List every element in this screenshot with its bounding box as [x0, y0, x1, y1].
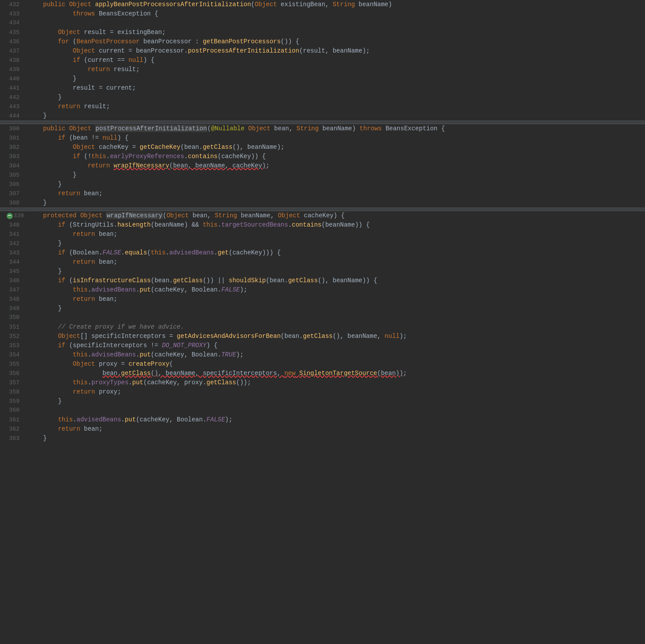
line-number: 436 — [0, 38, 27, 46]
code-editor: 432 public Object applyBeanPostProcessor… — [0, 0, 645, 443]
table-row: 441 result = current; — [0, 83, 645, 93]
code-text: } — [27, 239, 645, 248]
section-separator — [0, 121, 645, 124]
code-text: if (StringUtils.hasLength(beanName) && t… — [27, 220, 645, 230]
table-row: 303 if (!this.earlyProxyReferences.conta… — [0, 152, 645, 161]
code-text: protected Object wrapIfNecessary(Object … — [27, 211, 645, 220]
code-text: bean.getClass(), beanName, specificInter… — [27, 369, 645, 378]
line-number: 355 — [0, 360, 27, 369]
table-row: 304 return wrapIfNecessary(bean, beanNam… — [0, 161, 645, 170]
line-number: 307 — [0, 189, 27, 198]
code-text: } — [27, 180, 645, 189]
code-text: return result; — [27, 65, 645, 74]
line-number: 441 — [0, 84, 27, 93]
table-row: 302 Object cacheKey = getCacheKey(bean.g… — [0, 143, 645, 152]
line-number: 351 — [0, 323, 27, 332]
table-row: 362 return bean; — [0, 424, 645, 434]
line-number: 434 — [0, 19, 27, 27]
code-text: } — [27, 397, 645, 406]
table-row: 300 public Object postProcessAfterInitia… — [0, 124, 645, 133]
code-text: if (!this.earlyProxyReferences.contains(… — [27, 152, 645, 161]
table-row: 344 return bean; — [0, 258, 645, 267]
code-text: // Create proxy if we have advice. — [27, 322, 645, 332]
line-number: 350 — [0, 313, 27, 322]
code-text: this.advisedBeans.put(cacheKey, Boolean.… — [27, 285, 645, 295]
code-text: if (Boolean.FALSE.equals(this.advisedBea… — [27, 248, 645, 258]
line-number: 354 — [0, 351, 27, 360]
code-text: for (BeanPostProcessor beanProcessor : g… — [27, 37, 645, 46]
table-row: 432 public Object applyBeanPostProcessor… — [0, 0, 645, 9]
line-number: 443 — [0, 102, 27, 111]
table-row: 433 throws BeansException { — [0, 9, 645, 19]
line-number: 359 — [0, 397, 27, 406]
code-text: Object result = existingBean; — [27, 28, 645, 37]
line-number: 308 — [0, 199, 27, 208]
table-row: 348 return bean; — [0, 295, 645, 304]
line-number: 342 — [0, 239, 27, 248]
code-text: if (specificInterceptors != DO_NOT_PROXY… — [27, 341, 645, 350]
code-text: throws BeansException { — [27, 9, 645, 19]
code-text: } — [27, 93, 645, 102]
code-section-top: 432 public Object applyBeanPostProcessor… — [0, 0, 645, 121]
line-number: 346 — [0, 277, 27, 285]
table-row: 343 if (Boolean.FALSE.equals(this.advise… — [0, 248, 645, 258]
line-number: 432 — [0, 0, 27, 9]
line-number: 304 — [0, 162, 27, 170]
section-separator-2 — [0, 208, 645, 211]
code-text: Object proxy = createProxy( — [27, 360, 645, 369]
table-row: 363 } — [0, 434, 645, 443]
line-number: 435 — [0, 28, 27, 37]
line-number: 343 — [0, 249, 27, 258]
gutter-minus-icon: − — [7, 213, 13, 219]
line-number: 301 — [0, 134, 27, 143]
table-row: 342 } — [0, 239, 645, 248]
line-number: 344 — [0, 258, 27, 267]
table-row: 308 } — [0, 198, 645, 208]
line-number: 347 — [0, 286, 27, 295]
table-row: 360 — [0, 406, 645, 415]
table-row: 341 return bean; — [0, 230, 645, 239]
line-number: 300 — [0, 125, 27, 133]
line-number: 360 — [0, 406, 27, 415]
line-number: 440 — [0, 75, 27, 83]
line-number: 352 — [0, 332, 27, 341]
table-row: 439 return result; — [0, 65, 645, 74]
code-text: if (current == null) { — [27, 56, 645, 65]
table-row: 340 if (StringUtils.hasLength(beanName) … — [0, 220, 645, 230]
code-text: return bean; — [27, 189, 645, 198]
table-row: 301 if (bean != null) { — [0, 133, 645, 143]
line-number: 306 — [0, 180, 27, 189]
line-number: 349 — [0, 304, 27, 313]
line-number: 303 — [0, 152, 27, 161]
line-number: 302 — [0, 143, 27, 152]
code-section-middle: 300 public Object postProcessAfterInitia… — [0, 124, 645, 208]
table-row: 353 if (specificInterceptors != DO_NOT_P… — [0, 341, 645, 350]
code-text: if (bean != null) { — [27, 133, 645, 143]
code-text: return wrapIfNecessary(bean, beanName, c… — [27, 161, 645, 170]
line-number: 444 — [0, 112, 27, 121]
code-text: } — [27, 267, 645, 276]
table-row: 361 this.advisedBeans.put(cacheKey, Bool… — [0, 415, 645, 424]
code-text: public Object postProcessAfterInitializa… — [27, 124, 645, 133]
table-row: 359 } — [0, 397, 645, 406]
table-row: 352 Object[] specificInterceptors = getA… — [0, 332, 645, 341]
table-row: 346 if (isInfrastructureClass(bean.getCl… — [0, 276, 645, 285]
code-text: Object[] specificInterceptors = getAdvic… — [27, 332, 645, 341]
table-row: 435 Object result = existingBean; — [0, 28, 645, 37]
line-number: 439 — [0, 65, 27, 74]
table-row: 443 return result; — [0, 102, 645, 111]
table-row: 355 Object proxy = createProxy( — [0, 360, 645, 369]
table-row: 436 for (BeanPostProcessor beanProcessor… — [0, 37, 645, 46]
line-number: 345 — [0, 267, 27, 276]
code-text: public Object applyBeanPostProcessorsAft… — [27, 0, 645, 9]
code-text: } — [27, 170, 645, 180]
code-text: Object current = beanProcessor.postProce… — [27, 46, 645, 56]
line-number: 340 — [0, 221, 27, 230]
table-row: 434 — [0, 19, 645, 28]
table-row: 307 return bean; — [0, 189, 645, 198]
code-text: return bean; — [27, 258, 645, 267]
table-row: 437 Object current = beanProcessor.postP… — [0, 46, 645, 56]
table-row: 356 bean.getClass(), beanName, specificI… — [0, 369, 645, 378]
line-number: 357 — [0, 379, 27, 387]
code-text: return result; — [27, 102, 645, 111]
